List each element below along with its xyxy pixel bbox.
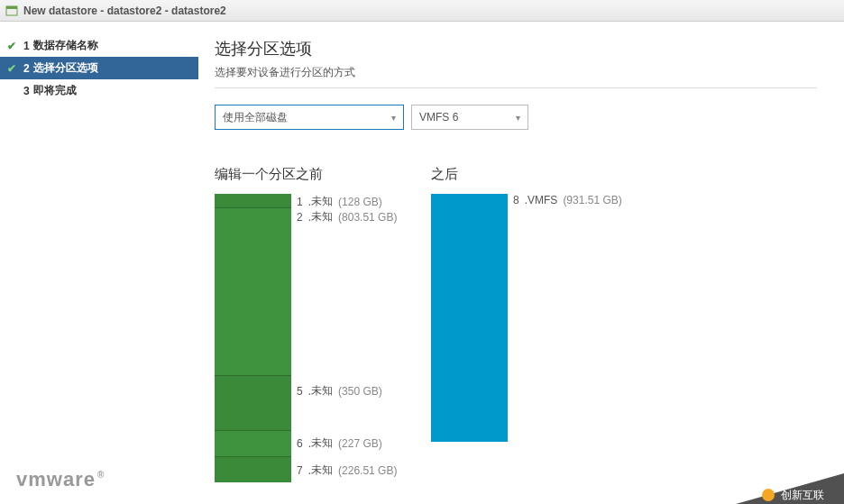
label-size: (803.51 GB) xyxy=(338,211,397,224)
label-idx: 7 xyxy=(297,464,303,477)
vmware-logo: vmware ® xyxy=(16,468,105,491)
label-row: 2. 未知 (803.51 GB) xyxy=(297,209,397,225)
segment-7[interactable] xyxy=(215,456,291,482)
main: ✔ 1 数据存储名称 ✔ 2 选择分区选项 ✔ 3 即将完成 选择分区选项 选择… xyxy=(0,22,844,504)
step-3-ready-complete[interactable]: ✔ 3 即将完成 xyxy=(0,79,198,102)
label-name: VMFS xyxy=(528,194,557,206)
label-name: 未知 xyxy=(311,383,333,399)
segment-2[interactable] xyxy=(215,207,291,375)
after-labels: 8. VMFS (931.51 GB) xyxy=(513,194,622,206)
content-panel: 选择分区选项 选择要对设备进行分区的方式 使用全部磁盘 ▾ VMFS 6 ▾ 编… xyxy=(198,22,844,504)
label-size: (931.51 GB) xyxy=(563,194,621,206)
select-value: VMFS 6 xyxy=(419,111,458,124)
window-title: New datastore - datastore2 - datastore2 xyxy=(23,5,226,17)
label-row: 5. 未知 (350 GB) xyxy=(297,383,382,399)
label-idx: 2 xyxy=(297,211,303,224)
chart-body: 1. 未知 (128 GB) 2. 未知 (803.51 GB) 5. 未知 xyxy=(215,194,323,482)
chart-title-before: 编辑一个分区之前 xyxy=(215,166,323,183)
chart-body: 8. VMFS (931.51 GB) xyxy=(431,194,622,442)
step-label: 数据存储名称 xyxy=(33,38,98,53)
step-number: 3 xyxy=(23,85,30,97)
label-idx: 6 xyxy=(297,437,303,450)
label-idx: 1 xyxy=(297,196,303,208)
page-title: 选择分区选项 xyxy=(215,38,817,60)
registered-mark: ® xyxy=(97,470,105,480)
label-name: 未知 xyxy=(311,435,333,451)
label-row: 1. 未知 (128 GB) xyxy=(297,194,382,209)
segment-8[interactable] xyxy=(431,194,508,442)
label-idx: 8 xyxy=(513,194,519,206)
step-label: 即将完成 xyxy=(33,83,77,98)
check-icon: ✔ xyxy=(7,40,20,52)
label-name: 未知 xyxy=(311,209,333,225)
before-bar[interactable] xyxy=(215,194,291,482)
step-1-datastore-name[interactable]: ✔ 1 数据存储名称 xyxy=(0,34,198,57)
segment-6[interactable] xyxy=(215,430,291,456)
partition-charts: 编辑一个分区之前 1. 未知 (128 GB) xyxy=(215,166,817,482)
before-chart: 编辑一个分区之前 1. 未知 (128 GB) xyxy=(215,166,323,482)
corner-brand: 创新互联 xyxy=(736,473,844,504)
select-value: 使用全部磁盘 xyxy=(223,110,288,125)
window-icon xyxy=(5,5,18,17)
check-icon: ✔ xyxy=(7,62,20,75)
after-chart: 之后 8. VMFS (931.51 GB) xyxy=(431,166,622,482)
label-idx: 5 xyxy=(297,385,303,398)
label-size: (227 GB) xyxy=(338,437,382,450)
label-name: 未知 xyxy=(311,194,333,209)
wizard-steps: ✔ 1 数据存储名称 ✔ 2 选择分区选项 ✔ 3 即将完成 xyxy=(0,22,198,504)
label-row: 7. 未知 (226.51 GB) xyxy=(297,463,397,478)
segment-5[interactable] xyxy=(215,375,291,430)
vmware-text: vmware xyxy=(16,468,96,491)
segment-1[interactable] xyxy=(215,194,291,207)
step-2-partition-options[interactable]: ✔ 2 选择分区选项 xyxy=(0,57,198,79)
svg-point-3 xyxy=(762,489,775,501)
filesystem-select[interactable]: VMFS 6 ▾ xyxy=(411,105,528,130)
step-number: 1 xyxy=(23,40,30,52)
label-size: (226.51 GB) xyxy=(338,464,397,477)
chevron-down-icon: ▾ xyxy=(516,113,520,123)
selects-row: 使用全部磁盘 ▾ VMFS 6 ▾ xyxy=(215,105,817,130)
label-size: (128 GB) xyxy=(338,196,382,208)
chevron-down-icon: ▾ xyxy=(391,113,396,123)
step-label: 选择分区选项 xyxy=(33,60,98,76)
disk-usage-select[interactable]: 使用全部磁盘 ▾ xyxy=(215,105,404,130)
step-number: 2 xyxy=(23,62,30,75)
label-row: 8. VMFS (931.51 GB) xyxy=(513,194,622,206)
titlebar: New datastore - datastore2 - datastore2 xyxy=(0,0,844,22)
label-name: 未知 xyxy=(311,463,333,478)
chart-title-after: 之后 xyxy=(431,166,622,183)
divider xyxy=(215,87,817,88)
label-row: 6. 未知 (227 GB) xyxy=(297,435,382,451)
svg-rect-1 xyxy=(6,6,17,9)
corner-brand-text: 创新互联 xyxy=(781,489,824,501)
after-bar[interactable] xyxy=(431,194,508,442)
label-size: (350 GB) xyxy=(338,385,382,398)
page-subtitle: 选择要对设备进行分区的方式 xyxy=(215,65,817,80)
